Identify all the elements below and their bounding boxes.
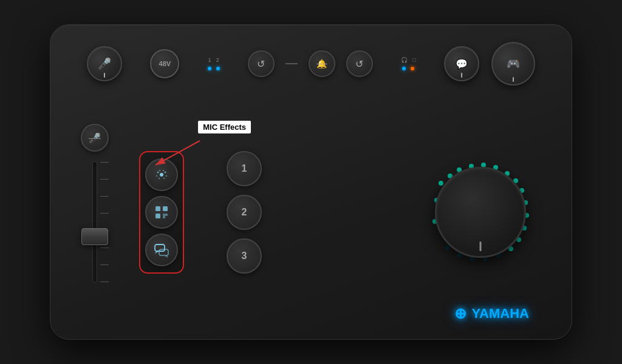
svg-point-8	[163, 178, 165, 179]
led-dot-2	[216, 67, 220, 70]
scene-2-button[interactable]: 2	[227, 195, 262, 230]
svg-point-7	[159, 178, 160, 179]
yamaha-logo: ⊕ YAMAHA	[454, 305, 529, 322]
svg-point-21	[439, 181, 443, 186]
loop-right-icon: ↺	[355, 58, 363, 70]
fader-mark	[100, 265, 109, 265]
scene-1-button[interactable]: 1	[227, 151, 262, 186]
fader-mark	[100, 213, 109, 214]
led-dot-phones	[402, 67, 406, 70]
led-group-output: 🎧 □	[401, 57, 415, 70]
chat-knob[interactable]: 💬	[444, 46, 479, 81]
led-dot-1	[208, 67, 211, 70]
top-row: 🎤 48V 1 2 ↺ �	[50, 42, 572, 86]
fader-mark	[100, 248, 109, 248]
scene-2-label: 2	[242, 207, 247, 218]
led-group-input: 1 2	[208, 57, 220, 70]
svg-rect-13	[156, 214, 160, 218]
led-dot-monitor	[411, 67, 414, 70]
mute-center-button[interactable]: 🔔	[309, 50, 335, 77]
fader-track	[92, 161, 97, 283]
yamaha-symbol: ⊕	[454, 305, 466, 322]
knob-indicator	[104, 73, 105, 78]
device-body: 🎤 48V 1 2 ↺ �	[50, 24, 572, 340]
chat-effects-button[interactable]	[145, 234, 178, 266]
mic-effects-label: MIC Effects	[198, 121, 251, 133]
top-right-knobs: 💬 🎮	[444, 42, 535, 86]
voice-effects-icon	[153, 166, 170, 183]
svg-point-37	[470, 257, 474, 261]
scene-1-label: 1	[242, 163, 247, 174]
mute-microphone-icon: 🎤	[89, 132, 101, 144]
svg-point-10	[163, 170, 164, 171]
game-knob[interactable]: 🎮	[491, 42, 535, 86]
svg-point-3	[157, 172, 159, 174]
svg-line-1	[156, 141, 200, 165]
svg-rect-15	[165, 214, 168, 216]
svg-rect-11	[156, 206, 160, 211]
left-section: 🎤	[81, 124, 109, 301]
fader-mark	[100, 179, 109, 180]
phantom-power-label: 48V	[159, 60, 171, 67]
mic-effects-box	[139, 151, 184, 274]
svg-point-5	[156, 175, 157, 177]
mic-knob[interactable]: 🎤	[87, 46, 122, 81]
fader-mark	[100, 196, 109, 197]
mute-microphone-button[interactable]: 🎤	[81, 124, 109, 152]
led-label-1: 1	[208, 57, 211, 63]
chat-effects-icon	[153, 241, 170, 258]
mic-effects-arrow	[152, 138, 201, 168]
fader-handle[interactable]	[81, 228, 108, 245]
top-center-section: ↺ 🔔 ↺	[248, 50, 373, 77]
chat-knob-indicator	[461, 73, 462, 78]
svg-rect-14	[163, 214, 165, 216]
svg-rect-16	[163, 216, 165, 218]
scene-3-label: 3	[242, 251, 247, 261]
svg-rect-12	[163, 206, 168, 211]
mic-icon: 🎤	[98, 57, 111, 70]
number-buttons: 1 2 3	[227, 151, 262, 274]
svg-point-2	[160, 173, 163, 177]
led-label-2: 2	[216, 57, 219, 63]
fader-mark	[100, 162, 109, 163]
loop-right-button[interactable]: ↺	[346, 50, 373, 77]
fader-section	[92, 161, 97, 301]
svg-point-39	[446, 246, 450, 250]
phantom-power-button[interactable]: 48V	[150, 49, 179, 78]
chat-icon: 💬	[456, 58, 468, 70]
loop-left-icon: ↺	[257, 58, 265, 70]
sound-pad-icon	[154, 204, 169, 220]
loop-left-button[interactable]: ↺	[248, 50, 275, 77]
mic-effects-label-container: MIC Effects	[198, 121, 251, 133]
fader-marks	[100, 162, 109, 282]
main-volume-knob[interactable]	[435, 167, 526, 258]
led-ring-container	[420, 152, 541, 273]
svg-point-9	[159, 170, 160, 171]
main-row: 🎤	[50, 110, 572, 315]
main-knob-indicator	[480, 241, 482, 251]
dash-separator	[285, 63, 298, 64]
main-knob-section	[420, 152, 541, 273]
game-icon: 🎮	[507, 57, 520, 70]
svg-point-6	[166, 175, 167, 177]
fader-mark	[100, 281, 109, 282]
scene-3-button[interactable]: 3	[227, 238, 262, 274]
yamaha-brand-text: YAMAHA	[471, 306, 529, 322]
mic-effects-section: MIC Effects	[139, 151, 184, 274]
svg-point-38	[457, 254, 462, 258]
led-label-monitor: □	[412, 57, 415, 63]
mute-center-icon: 🔔	[316, 59, 327, 69]
sound-pad-button[interactable]	[145, 196, 178, 229]
led-label-phones: 🎧	[401, 57, 408, 63]
svg-point-4	[165, 172, 166, 174]
game-knob-indicator	[513, 77, 514, 82]
